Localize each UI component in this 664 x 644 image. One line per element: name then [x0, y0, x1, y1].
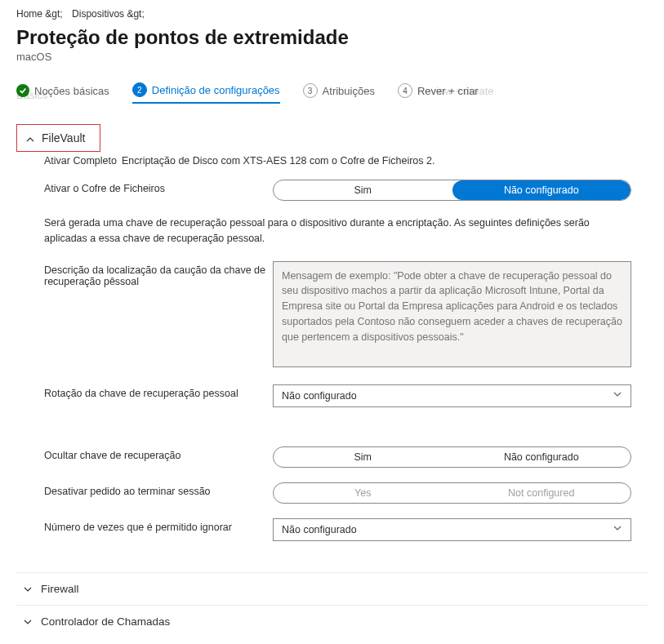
step-review-label: Rever + criar [417, 85, 479, 97]
section-header-gatekeeper[interactable]: Controlador de Chamadas [16, 605, 648, 637]
page-title: Proteção de pontos de extremidade [16, 26, 648, 49]
breadcrumb-devices[interactable]: Dispositivos &gt; [72, 8, 145, 20]
desc-label: Ativar Completo [44, 155, 117, 167]
checkmark-icon [16, 84, 29, 97]
disable-prompt-label: Desativar pedido ao terminar sessão [44, 482, 273, 497]
wizard-stepper: Basics Noções básicas 2 Definição de con… [16, 82, 648, 104]
escrow-location-textarea[interactable] [273, 261, 631, 367]
step-number-icon: 2 [132, 82, 147, 97]
toggle-option-yes[interactable]: Sim [274, 180, 452, 200]
rotation-label: Rotação da chave de recuperação pessoal [44, 384, 273, 399]
disable-prompt-toggle[interactable]: Yes Not configured [273, 482, 631, 504]
filevault-content: Ativar Completo Encriptação de Disco com… [16, 152, 648, 572]
step-assignments-label: Atribuições [323, 85, 375, 97]
step-number-icon: 3 [303, 83, 318, 98]
step-number-icon: 4 [398, 83, 412, 98]
recovery-key-info: Será gerada uma chave de recuperação pes… [44, 215, 631, 246]
toggle-option-notconfigured[interactable]: Not configured [452, 483, 631, 503]
enable-filevault-label: Ativar o Cofre de Ficheiros [44, 180, 273, 194]
step-assignments[interactable]: 3 Atribuições [303, 83, 375, 103]
bypass-value: Não configurado [282, 524, 357, 535]
chevron-down-icon [613, 389, 622, 402]
section-header-filevault[interactable]: FileVault [16, 124, 100, 152]
section-firewall-label: Firewall [41, 583, 79, 595]
chevron-down-icon [23, 584, 31, 593]
escrow-location-label: Descrição da localização da caução da ch… [44, 261, 273, 287]
step-basics-label: Noções básicas [34, 85, 109, 97]
section-filevault-label: FileVault [42, 131, 85, 144]
breadcrumb-home[interactable]: Home &gt; [16, 8, 63, 20]
step-config-label: Definição de configurações [152, 84, 280, 96]
bypass-label: Número de vezes que é permitido ignorar [44, 518, 273, 533]
hide-key-label: Ocultar chave de recuperação [44, 446, 273, 461]
toggle-option-notconfigured[interactable]: Não configurado [452, 447, 631, 467]
hide-key-toggle[interactable]: Sim Não configurado [273, 446, 631, 468]
toggle-option-yes[interactable]: Sim [274, 447, 452, 467]
page-subtitle: macOS [16, 51, 648, 63]
chevron-down-icon [613, 523, 622, 535]
chevron-down-icon [23, 617, 31, 625]
section-header-firewall[interactable]: Firewall [16, 572, 648, 605]
step-basics[interactable]: Noções básicas [16, 84, 109, 102]
rotation-dropdown[interactable]: Não configurado [273, 384, 631, 407]
toggle-option-notconfigured[interactable]: Não configurado [452, 180, 631, 200]
step-review[interactable]: 4 Rever + criar Review + create [398, 83, 479, 103]
enable-filevault-toggle[interactable]: Sim Não configurado [273, 180, 631, 201]
breadcrumb: Home &gt; Dispositivos &gt; [16, 8, 648, 20]
section-gatekeeper-label: Controlador de Chamadas [41, 615, 170, 628]
desc-text: Encriptação de Disco com XTS-AES 128 com… [122, 155, 435, 167]
step-config[interactable]: 2 Definição de configurações [132, 82, 280, 104]
chevron-up-icon [25, 134, 33, 142]
toggle-option-yes[interactable]: Yes [274, 483, 452, 503]
bypass-dropdown[interactable]: Não configurado [273, 518, 631, 541]
rotation-value: Não configurado [282, 390, 357, 402]
